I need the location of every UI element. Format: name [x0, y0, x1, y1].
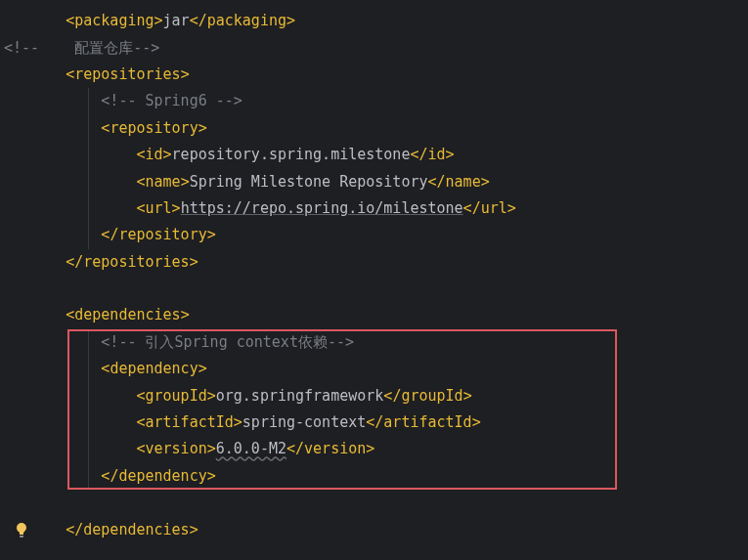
code-line[interactable]: <id>repository.spring.milestone</id>	[4, 142, 748, 168]
code-line[interactable]: <!-- Spring6 -->	[4, 88, 748, 114]
intention-bulb-icon[interactable]	[14, 520, 29, 536]
code-line[interactable]: <!-- 配置仓库-->	[4, 34, 748, 61]
code-line[interactable]: <url>https://repo.spring.io/milestone</u…	[4, 195, 748, 222]
code-line[interactable]: </dependencies>	[4, 516, 748, 542]
code-line[interactable]: <repositories>	[4, 62, 748, 88]
code-line[interactable]: </repository>	[4, 222, 748, 248]
code-line[interactable]: </repositories>	[4, 249, 748, 276]
code-line[interactable]: <dependency>	[4, 356, 748, 382]
code-editor[interactable]: <packaging>jar</packaging><!-- 配置仓库--> <…	[0, 0, 748, 551]
code-line[interactable]: <repository>	[4, 115, 748, 142]
code-line[interactable]: <groupId>org.springframework</groupId>	[4, 382, 748, 409]
code-line[interactable]	[4, 276, 748, 302]
code-line[interactable]: <version>6.0.0-M2</version>	[4, 436, 748, 462]
code-line[interactable]	[4, 490, 748, 516]
code-line[interactable]: <artifactId>spring-context</artifactId>	[4, 409, 748, 436]
code-line[interactable]: <dependencies>	[4, 302, 748, 328]
code-line[interactable]: <!-- 引入Spring context依赖-->	[4, 329, 748, 356]
code-line[interactable]: <name>Spring Milestone Repository</name>	[4, 168, 748, 194]
code-line[interactable]: <packaging>jar</packaging>	[4, 8, 748, 34]
code-line[interactable]: </dependency>	[4, 463, 748, 490]
